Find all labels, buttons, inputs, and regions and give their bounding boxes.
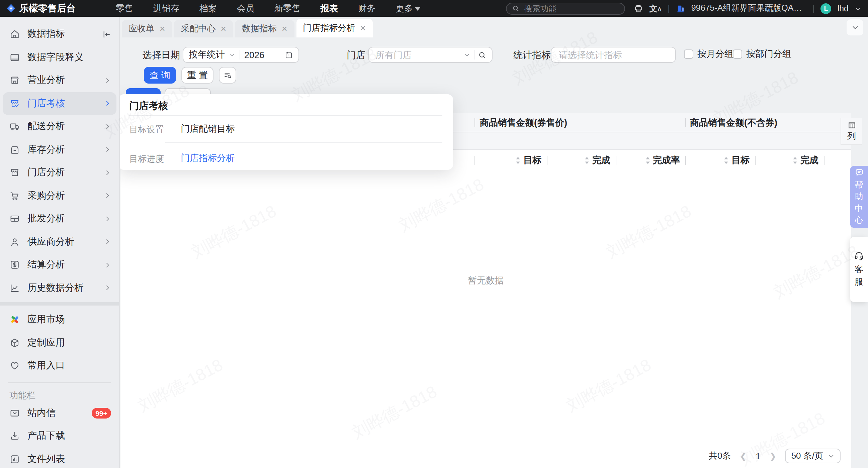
metric-select[interactable] — [551, 47, 676, 63]
sidebar-item-business-analysis[interactable]: 营业分析 — [3, 69, 117, 92]
sort-icon[interactable] — [584, 157, 590, 164]
nav-members[interactable]: 会员 — [237, 2, 254, 14]
user-name[interactable]: lhd — [838, 4, 848, 13]
printer-icon[interactable] — [634, 4, 644, 13]
sidebar-divider-band — [0, 302, 119, 305]
column-settings-button[interactable]: 列 — [841, 118, 862, 145]
sidebar-item-history-analysis[interactable]: 历史数据分析 — [3, 276, 117, 300]
store-select[interactable] — [368, 47, 493, 63]
nav-more[interactable]: 更多 — [396, 2, 420, 14]
close-icon[interactable]: ✕ — [159, 25, 165, 32]
column-header-completed-2[interactable]: 完成 — [757, 154, 818, 167]
user-menu-chevron-icon[interactable] — [855, 5, 861, 12]
reset-button[interactable]: 重 置 — [181, 67, 214, 83]
chevron-right-icon — [104, 285, 111, 292]
store-icon — [676, 4, 685, 13]
close-icon[interactable]: ✕ — [360, 24, 366, 32]
sidebar-item-field-glossary[interactable]: 数据字段释义 — [3, 46, 117, 69]
help-center-tab[interactable]: 帮助中心 — [850, 166, 868, 228]
chat-icon — [854, 167, 864, 177]
tab-distribution-center[interactable]: 采配中心✕ — [174, 20, 233, 37]
card-icon — [9, 52, 20, 63]
tab-data-metrics[interactable]: 数据指标✕ — [235, 20, 294, 37]
avatar[interactable]: L — [821, 3, 832, 14]
next-page-icon[interactable]: ❯ — [769, 451, 777, 461]
store-select-input[interactable] — [374, 49, 461, 61]
sort-icon[interactable] — [793, 157, 798, 164]
group-by-month-checkbox[interactable]: 按月分组 — [684, 48, 734, 60]
sidebar-item-product-downloads[interactable]: 产品下载 — [3, 425, 117, 447]
page-size-select[interactable]: 50 条/页 — [785, 448, 841, 463]
sidebar-item-inbox[interactable]: 站内信 99+ — [3, 401, 117, 425]
sidebar-item-delivery-analysis[interactable]: 配送分析 — [3, 115, 117, 138]
sidebar-item-supplier-analysis[interactable]: 供应商分析 — [3, 230, 117, 254]
columns-icon — [847, 121, 856, 129]
tab-receivables[interactable]: 应收单✕ — [122, 20, 172, 37]
popover-row1-label: 目标设置 — [129, 124, 164, 136]
close-icon[interactable]: ✕ — [220, 25, 226, 32]
sort-icon[interactable] — [515, 157, 521, 164]
chevron-right-icon — [104, 123, 111, 130]
customer-service-tab[interactable]: 客服 — [850, 237, 868, 302]
sidebar-item-custom-apps[interactable]: 定制应用 — [3, 331, 117, 354]
metric-select-input[interactable] — [557, 49, 669, 61]
chevron-right-icon — [104, 146, 111, 154]
nav-new-retail[interactable]: 新零售 — [274, 2, 301, 14]
tab-list-chevron[interactable] — [846, 20, 863, 35]
store-search-icon[interactable] — [478, 51, 487, 59]
sort-icon[interactable] — [645, 157, 650, 164]
nav-reports[interactable]: 报表 — [320, 2, 338, 14]
global-search-input[interactable] — [523, 3, 619, 14]
chevron-down-icon — [828, 453, 835, 459]
sidebar-item-purchase-analysis[interactable]: 采购分析 — [3, 184, 117, 207]
store-filter-label: 门店 — [347, 49, 365, 62]
date-mode-value[interactable]: 按年统计 — [189, 49, 225, 61]
nav-retail[interactable]: 零售 — [116, 2, 133, 14]
sidebar-item-inventory-analysis[interactable]: 库存分析 — [3, 138, 117, 161]
tab-store-metric-analysis[interactable]: 门店指标分析✕ — [296, 19, 372, 37]
popover-link-store-sales-target[interactable]: 门店配销目标 — [181, 123, 235, 135]
checkbox-icon[interactable] — [684, 49, 693, 59]
group-header-coupon-price[interactable]: 商品销售金额(券售价) — [480, 117, 567, 129]
translate-icon[interactable]: 文A — [650, 4, 661, 12]
nav-inventory-flow[interactable]: 进销存 — [153, 2, 179, 14]
column-header-completion-rate[interactable]: 完成率 — [618, 154, 680, 167]
column-header-target-2[interactable]: 目标 — [688, 154, 749, 167]
group-by-dept-checkbox[interactable]: 按部门分组 — [733, 48, 792, 60]
popover-link-store-metric-analysis[interactable]: 门店指标分析 — [181, 153, 235, 164]
sidebar-item-favorites[interactable]: 常用入口 — [3, 354, 117, 377]
filter-scheme-button[interactable] — [219, 67, 236, 83]
close-icon[interactable]: ✕ — [281, 25, 287, 32]
sidebar-item-wholesale-analysis[interactable]: 批发分析 — [3, 207, 117, 230]
group-header-no-coupon[interactable]: 商品销售金额(不含券) — [690, 117, 777, 129]
chevron-down-icon — [229, 52, 236, 58]
bag-icon — [9, 144, 20, 155]
help-center-label: 帮助中心 — [854, 179, 864, 226]
prev-page-icon[interactable]: ❮ — [740, 451, 747, 461]
sidebar-item-file-list[interactable]: 文件列表 — [3, 447, 117, 468]
tabbar: 应收单✕ 采配中心✕ 数据指标✕ 门店指标分析✕ — [120, 17, 868, 37]
app-logo[interactable]: 乐檬零售后台 — [6, 2, 75, 14]
search-icon — [512, 5, 520, 12]
sidebar-item-data-metrics[interactable]: 数据指标 — [3, 23, 117, 46]
popover-title: 门店考核 — [129, 100, 168, 112]
metric-filter-label: 统计指标 — [513, 49, 551, 62]
sidebar-item-store-assessment[interactable]: 门店考核 — [3, 92, 117, 115]
collapse-sidebar-icon[interactable] — [101, 29, 111, 39]
checkbox-icon[interactable] — [733, 49, 742, 59]
sidebar-item-settlement-analysis[interactable]: 结算分析 — [3, 254, 117, 276]
global-search[interactable] — [506, 2, 625, 14]
nav-finance[interactable]: 财务 — [358, 2, 375, 14]
dollar-square-icon — [9, 260, 20, 270]
sidebar-item-store-analysis[interactable]: 门店分析 — [3, 161, 117, 184]
sidebar-item-app-market[interactable]: 应用市场 — [3, 308, 117, 331]
column-header-target-1[interactable]: 目标 — [480, 154, 541, 167]
column-header-completed-1[interactable]: 完成 — [550, 154, 610, 167]
date-range-control[interactable]: 按年统计 2026 — [183, 47, 299, 63]
current-store-name[interactable]: 99675-A组新界面果蔬版QA测... — [691, 3, 806, 14]
current-page[interactable]: 1 — [755, 451, 760, 461]
date-value[interactable]: 2026 — [244, 50, 280, 60]
nav-archives[interactable]: 档案 — [199, 2, 217, 14]
sort-icon[interactable] — [723, 157, 729, 164]
query-button[interactable]: 查 询 — [144, 67, 176, 83]
